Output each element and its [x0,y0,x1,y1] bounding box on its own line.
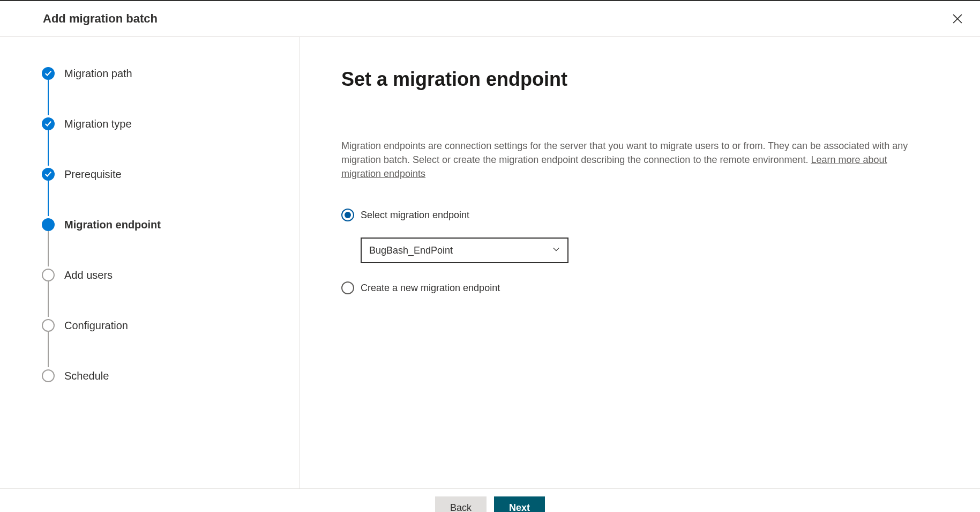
checkmark-icon [44,70,52,77]
next-button[interactable]: Next [494,496,545,513]
radio-option-select-endpoint[interactable]: Select migration endpoint [341,209,926,221]
step-label: Configuration [64,320,128,332]
step-label: Migration endpoint [64,219,161,231]
step-connector [48,281,49,317]
step-indicator-completed [42,67,55,80]
close-icon [953,14,962,24]
radio-button-selected[interactable] [341,209,354,221]
step-label: Schedule [64,370,109,382]
step-connector [48,332,49,367]
step-configuration[interactable]: Configuration [42,318,278,333]
step-schedule[interactable]: Schedule [42,368,278,383]
step-indicator-completed [42,117,55,130]
page-title: Set a migration endpoint [341,68,926,91]
step-migration-endpoint[interactable]: Migration endpoint [42,217,278,232]
wizard-title: Add migration batch [43,12,158,26]
checkmark-icon [44,170,52,178]
step-migration-path[interactable]: Migration path [42,66,278,81]
steps-sidebar: Migration path Migration type Prerequisi… [0,37,300,488]
step-prerequisite[interactable]: Prerequisite [42,167,278,182]
radio-option-create-endpoint[interactable]: Create a new migration endpoint [341,281,926,294]
step-label: Migration path [64,68,132,80]
step-migration-type[interactable]: Migration type [42,116,278,131]
step-indicator-completed [42,168,55,181]
step-add-users[interactable]: Add users [42,268,278,283]
wizard-header: Add migration batch [0,1,980,37]
wizard-footer: Back Next [0,488,980,512]
radio-label: Select migration endpoint [361,210,469,221]
endpoint-select-wrapper: BugBash_EndPoint [361,238,926,263]
steps-list: Migration path Migration type Prerequisi… [42,66,278,383]
step-label: Prerequisite [64,168,122,181]
radio-button-unselected[interactable] [341,281,354,294]
checkmark-icon [44,120,52,128]
step-label: Add users [64,269,113,281]
step-indicator-upcoming [42,319,55,332]
step-connector [48,130,49,166]
close-button[interactable] [951,12,964,25]
step-label: Migration type [64,118,132,130]
wizard-content: Set a migration endpoint Migration endpo… [300,37,980,488]
step-connector [48,181,49,216]
step-indicator-upcoming [42,269,55,281]
step-connector [48,80,49,115]
endpoint-radio-group: Select migration endpoint BugBash_EndPoi… [341,209,926,304]
chevron-down-icon [552,246,560,255]
endpoint-select[interactable]: BugBash_EndPoint [361,238,568,263]
step-indicator-upcoming [42,369,55,382]
wizard-body: Migration path Migration type Prerequisi… [0,37,980,488]
back-button[interactable]: Back [435,496,487,513]
step-indicator-current [42,218,55,231]
step-connector [48,231,49,266]
radio-label: Create a new migration endpoint [361,283,500,294]
page-description: Migration endpoints are connection setti… [341,139,925,181]
select-value: BugBash_EndPoint [369,245,453,256]
